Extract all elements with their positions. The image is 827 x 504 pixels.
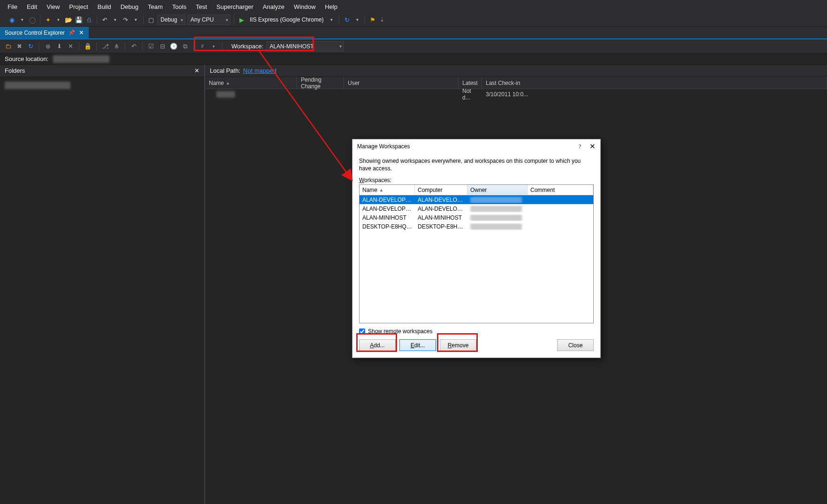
manage-workspaces-dialog: Manage Workspaces ? ✕ Showing owned work… [352, 139, 601, 358]
refresh-icon[interactable]: ↻ [343, 15, 351, 24]
checkin-icon[interactable]: ☑ [147, 42, 155, 51]
menu-team[interactable]: Team [143, 1, 168, 12]
sort-asc-icon: ▲ [379, 188, 383, 192]
edit-button[interactable]: Edit... [399, 339, 436, 351]
ws-name: ALAN-DEVELOPER [360, 197, 415, 203]
ws-col-computer[interactable]: Computer [415, 185, 467, 195]
folder-icon[interactable]: 🗀 [4, 42, 12, 51]
workspace-dropdown[interactable]: ALAN-MINIHOST [266, 41, 344, 52]
show-remote-label[interactable]: Show remote workspaces [368, 328, 432, 335]
col-header-last-checkin[interactable]: Last Check-in [482, 77, 827, 89]
find-icon[interactable]: ⚑ [368, 15, 377, 24]
lock-icon[interactable]: 🔒 [84, 42, 92, 51]
save-icon[interactable]: 💾 [75, 15, 83, 24]
item-last-checkin: 3/10/2011 10:0... [482, 91, 827, 98]
box-icon[interactable]: ▢ [147, 15, 155, 24]
ws-col-comment[interactable]: Comment [528, 185, 593, 195]
menu-tools[interactable]: Tools [168, 1, 191, 12]
add-icon[interactable]: ⊕ [44, 42, 52, 51]
workspace-row[interactable]: ALAN-DEVELOPER_1ALAN-DEVELOPER [360, 204, 593, 213]
col-header-user[interactable]: User [344, 77, 459, 89]
workspaces-list-label: Workspaces: [359, 177, 594, 183]
show-remote-checkbox[interactable] [359, 328, 365, 335]
col-header-latest[interactable]: Latest [459, 77, 482, 89]
chevron-down-icon[interactable]: ▾ [54, 15, 62, 24]
compare-icon[interactable]: ⧉ [181, 42, 189, 51]
ws-name: ALAN-DEVELOPER_1 [360, 206, 415, 212]
chevron-down-icon[interactable]: ▾ [131, 15, 140, 24]
ws-owner [467, 197, 528, 203]
menu-supercharger[interactable]: Supercharger [212, 1, 258, 12]
chevron-down-icon[interactable]: ▾ [209, 42, 218, 51]
ws-owner [467, 223, 528, 230]
branch-icon[interactable]: ⎇ [101, 42, 109, 51]
ws-owner [467, 214, 528, 221]
add-button[interactable]: Add... [359, 339, 396, 351]
chevron-down-icon[interactable]: ▾ [353, 15, 361, 24]
items-grid-header: Name▲ Pending Change User Latest Last Ch… [205, 77, 827, 89]
workspace-row[interactable]: ALAN-DEVELOPERALAN-DEVELOPER [360, 195, 593, 204]
menu-view[interactable]: View [42, 1, 64, 12]
nav-forward-icon[interactable]: ◯ [28, 15, 37, 24]
close-button[interactable]: Close [557, 339, 594, 351]
run-target-label[interactable]: IIS Express (Google Chrome) [248, 16, 325, 23]
filter-icon[interactable]: ♯ [198, 42, 207, 51]
menu-edit[interactable]: Edit [22, 1, 42, 12]
close-icon[interactable]: ✕ [194, 67, 199, 74]
ws-col-name[interactable]: Name▲ [360, 185, 415, 195]
items-grid-row[interactable]: Not d... 3/10/2011 10:0... [205, 89, 827, 99]
local-path-link[interactable]: Not mapped [243, 67, 276, 74]
ws-computer: ALAN-DEVELOPER [415, 206, 467, 212]
chevron-down-icon[interactable]: ▾ [327, 15, 336, 24]
menu-test[interactable]: Test [191, 1, 212, 12]
refresh-icon[interactable]: ↻ [26, 42, 35, 51]
menu-analyze[interactable]: Analyze [258, 1, 289, 12]
folders-pane: Folders ✕ [0, 65, 205, 504]
delete-icon[interactable]: ✕ [66, 42, 75, 51]
menu-bar: File Edit View Project Build Debug Team … [0, 0, 827, 13]
new-item-icon[interactable]: ✦ [44, 15, 52, 24]
menu-help[interactable]: Help [320, 1, 342, 12]
undo-icon[interactable]: ↶ [130, 42, 138, 51]
tools-icon[interactable]: ✖ [15, 42, 23, 51]
col-header-name[interactable]: Name▲ [205, 77, 297, 89]
help-icon[interactable]: ? [579, 143, 581, 150]
document-tab-strip: Source Control Explorer 📌 ✕ [0, 26, 827, 38]
config-dropdown[interactable]: Debug [157, 15, 185, 25]
folder-tree-item[interactable] [5, 82, 70, 89]
tab-source-control-explorer[interactable]: Source Control Explorer 📌 ✕ [0, 27, 89, 39]
main-toolbar: ◉ ▾ ◯ ✦ ▾ 📂 💾 ⎙ ↶ ▾ ↷ ▾ ▢ Debug Any CPU … [0, 13, 827, 26]
merge-icon[interactable]: ⋔ [112, 42, 121, 51]
nav-back-icon[interactable]: ◉ [8, 15, 16, 24]
undo-icon[interactable]: ↶ [100, 15, 109, 24]
shelve-icon[interactable]: ⊟ [158, 42, 167, 51]
menu-window[interactable]: Window [289, 1, 320, 12]
ws-col-owner[interactable]: Owner [467, 185, 528, 195]
chevron-down-icon[interactable]: ▾ [18, 15, 26, 24]
source-location-path [53, 55, 109, 63]
menu-project[interactable]: Project [64, 1, 92, 12]
workspace-row[interactable]: DESKTOP-E8HQ24KDESKTOP-E8HQ24K [360, 222, 593, 231]
save-all-icon[interactable]: ⎙ [85, 15, 93, 24]
menu-file[interactable]: File [3, 1, 22, 12]
get-icon[interactable]: ⬇ [55, 42, 63, 51]
source-location-label: Source location: [5, 55, 48, 62]
menu-build[interactable]: Build [93, 1, 116, 12]
menu-debug[interactable]: Debug [116, 1, 143, 12]
workspaces-header: Name▲ Computer Owner Comment [360, 185, 593, 195]
run-icon[interactable]: ▶ [237, 15, 246, 24]
col-header-pending-change[interactable]: Pending Change [297, 77, 344, 89]
platform-dropdown[interactable]: Any CPU [187, 15, 230, 25]
redo-icon[interactable]: ↷ [121, 15, 130, 24]
open-icon[interactable]: 📂 [64, 15, 73, 24]
close-icon[interactable]: ✕ [590, 142, 596, 151]
sce-toolbar: 🗀 ✖ ↻ ⊕ ⬇ ✕ 🔒 ⎇ ⋔ ↶ ☑ ⊟ 🕓 ⧉ ♯ ▾ Workspac… [0, 39, 827, 53]
history-icon[interactable]: 🕓 [169, 42, 178, 51]
toolbar-overflow-icon[interactable]: ⇣ [380, 16, 384, 23]
remove-button[interactable]: Remove [440, 339, 476, 351]
workspace-row[interactable]: ALAN-MINIHOSTALAN-MINIHOST [360, 213, 593, 222]
source-location-bar: Source location: [0, 53, 827, 65]
close-icon[interactable]: ✕ [79, 29, 84, 36]
pin-icon[interactable]: 📌 [69, 30, 75, 36]
chevron-down-icon[interactable]: ▾ [111, 15, 119, 24]
